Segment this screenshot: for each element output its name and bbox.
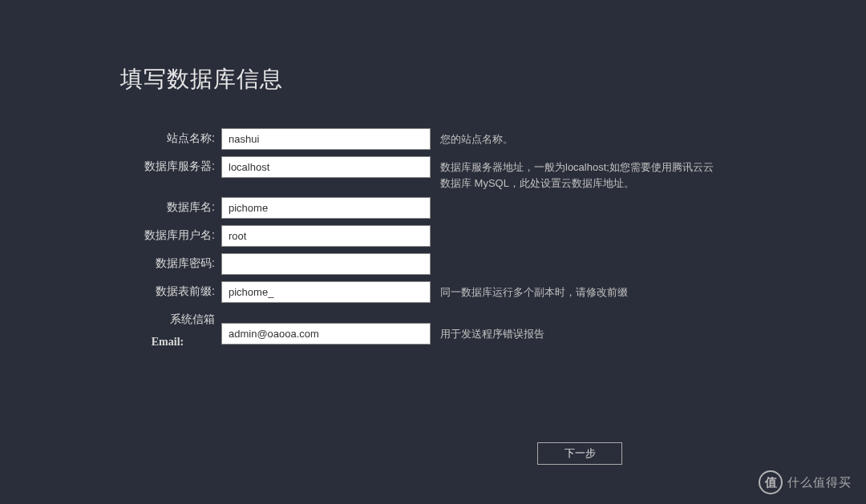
db-server-input[interactable] [221, 156, 431, 178]
table-prefix-input[interactable] [221, 281, 431, 303]
watermark-badge-icon: 值 [759, 470, 783, 494]
watermark-text: 什么值得买 [787, 475, 852, 490]
sys-mail-hint: 用于发送程序错误报告 [431, 323, 544, 342]
sys-mail-label-top: 系统信箱 [120, 309, 221, 327]
db-pass-hint [431, 253, 440, 256]
database-form: 站点名称: 您的站点名称。 数据库服务器: 数据库服务器地址，一般为localh… [120, 128, 866, 354]
watermark: 值 什么值得买 [759, 470, 852, 494]
db-server-label: 数据库服务器: [120, 156, 221, 174]
db-user-label: 数据库用户名: [120, 225, 221, 243]
db-server-hint: 数据库服务器地址，一般为localhost;如您需要使用腾讯云云数据库 MySQ… [431, 156, 719, 191]
db-pass-input[interactable] [221, 253, 431, 275]
site-name-input[interactable] [221, 128, 431, 150]
db-user-hint [431, 225, 440, 228]
table-prefix-label: 数据表前缀: [120, 281, 221, 299]
table-prefix-hint: 同一数据库运行多个副本时，请修改前缀 [431, 281, 628, 300]
sys-mail-input[interactable] [221, 323, 431, 345]
db-name-hint [431, 197, 440, 200]
site-name-label: 站点名称: [120, 128, 221, 146]
next-button[interactable]: 下一步 [537, 442, 622, 465]
db-name-label: 数据库名: [120, 197, 221, 215]
page-title: 填写数据库信息 [120, 64, 866, 95]
db-pass-label: 数据库密码: [120, 253, 221, 271]
sys-mail-label: Email: [120, 333, 221, 349]
site-name-hint: 您的站点名称。 [431, 128, 513, 147]
db-user-input[interactable] [221, 225, 431, 247]
db-name-input[interactable] [221, 197, 431, 219]
